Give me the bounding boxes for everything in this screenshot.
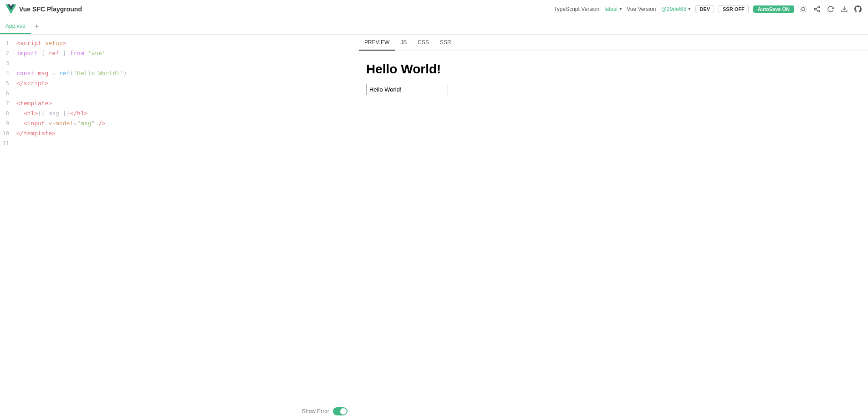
line-content: <template> xyxy=(16,98,52,108)
show-error-label: Show Error xyxy=(302,408,329,415)
line-number: 4 xyxy=(0,68,16,78)
vue-dropdown-icon[interactable]: ▾ xyxy=(688,6,691,12)
line-content: </script> xyxy=(16,78,48,88)
preview-heading: Hello World! xyxy=(366,62,857,77)
line-number: 2 xyxy=(0,48,16,58)
line-number: 3 xyxy=(0,58,16,68)
line-number: 9 xyxy=(0,118,16,128)
code-editor[interactable]: 1<script setup>2import { ref } from 'vue… xyxy=(0,35,355,402)
svg-line-12 xyxy=(816,10,818,11)
typescript-version-label: TypeScript Version xyxy=(554,6,599,12)
reload-button[interactable] xyxy=(826,5,835,14)
show-error-bar: Show Error xyxy=(0,402,355,420)
preview-pane: PREVIEWJSCSSSSR Hello World! xyxy=(355,35,868,420)
preview-tab-preview[interactable]: PREVIEW xyxy=(359,35,395,51)
github-button[interactable] xyxy=(853,5,863,14)
file-tab-app-vue[interactable]: App.vue xyxy=(0,18,31,34)
line-number: 8 xyxy=(0,108,16,118)
code-line: 6 xyxy=(0,88,355,98)
dev-button[interactable]: DEV xyxy=(695,5,714,13)
vue-version-link[interactable]: @29de6f8 xyxy=(661,6,687,12)
line-content: import { ref } from 'vue' xyxy=(16,48,106,58)
svg-point-9 xyxy=(818,6,820,8)
line-content: <h1>{{ msg }}</h1> xyxy=(16,108,88,118)
line-number: 5 xyxy=(0,78,16,88)
preview-tab-ssr[interactable]: SSR xyxy=(434,35,457,51)
file-tabs: App.vue + xyxy=(0,18,868,35)
preview-tab-js[interactable]: JS xyxy=(395,35,412,51)
typescript-version-link[interactable]: latest xyxy=(605,6,618,12)
line-number: 10 xyxy=(0,128,16,138)
svg-line-7 xyxy=(801,11,802,11)
svg-point-0 xyxy=(802,7,805,10)
navbar-left: Vue SFC Playground xyxy=(5,4,82,15)
app-title: Vue SFC Playground xyxy=(19,5,82,13)
editor-pane: 1<script setup>2import { ref } from 'vue… xyxy=(0,35,355,420)
svg-line-8 xyxy=(805,6,806,7)
navbar: Vue SFC Playground TypeScript Version la… xyxy=(0,0,868,18)
theme-toggle-button[interactable] xyxy=(799,5,808,14)
code-line: 8 <h1>{{ msg }}</h1> xyxy=(0,108,355,118)
code-line: 7<template> xyxy=(0,98,355,108)
share-button[interactable] xyxy=(812,5,822,14)
preview-content: Hello World! xyxy=(355,51,868,420)
preview-input[interactable] xyxy=(366,84,448,95)
ssr-off-button[interactable]: SSR OFF xyxy=(719,5,749,13)
code-line: 10</template> xyxy=(0,128,355,138)
code-line: 11 xyxy=(0,138,355,149)
show-error-toggle[interactable] xyxy=(333,407,347,415)
code-line: 2import { ref } from 'vue' xyxy=(0,48,355,58)
line-content: const msg = ref('Hello World!') xyxy=(16,68,127,78)
code-line: 9 <input v-model="msg" /> xyxy=(0,118,355,128)
autosave-button[interactable]: AutoSave ON xyxy=(753,5,794,13)
svg-point-11 xyxy=(818,10,820,12)
code-line: 4const msg = ref('Hello World!') xyxy=(0,68,355,78)
svg-line-13 xyxy=(816,7,818,9)
line-content: <script setup> xyxy=(16,38,66,48)
line-content: </template> xyxy=(16,128,56,138)
vue-version-badge: Vue Version @29de6f8 ▾ xyxy=(627,6,691,12)
typescript-version-badge: TypeScript Version latest ▾ xyxy=(554,6,622,12)
line-content: <input v-model="msg" /> xyxy=(16,118,106,128)
line-number: 7 xyxy=(0,98,16,108)
typescript-dropdown-icon[interactable]: ▾ xyxy=(619,6,622,12)
code-line: 1<script setup> xyxy=(0,38,355,48)
download-button[interactable] xyxy=(840,5,849,14)
preview-tabs: PREVIEWJSCSSSSR xyxy=(355,35,868,51)
line-number: 11 xyxy=(0,138,16,149)
line-number: 6 xyxy=(0,88,16,98)
svg-line-3 xyxy=(801,6,802,7)
preview-tab-css[interactable]: CSS xyxy=(412,35,434,51)
main-area: 1<script setup>2import { ref } from 'vue… xyxy=(0,35,868,420)
line-number: 1 xyxy=(0,38,16,48)
vue-logo xyxy=(5,4,16,15)
svg-line-4 xyxy=(805,11,806,11)
add-file-button[interactable]: + xyxy=(31,18,42,34)
code-line: 5</script> xyxy=(0,78,355,88)
svg-point-10 xyxy=(814,8,816,10)
toggle-thumb xyxy=(340,408,347,415)
navbar-right: TypeScript Version latest ▾ Vue Version … xyxy=(554,5,863,14)
code-line: 3 xyxy=(0,58,355,68)
vue-version-label: Vue Version xyxy=(627,6,656,12)
